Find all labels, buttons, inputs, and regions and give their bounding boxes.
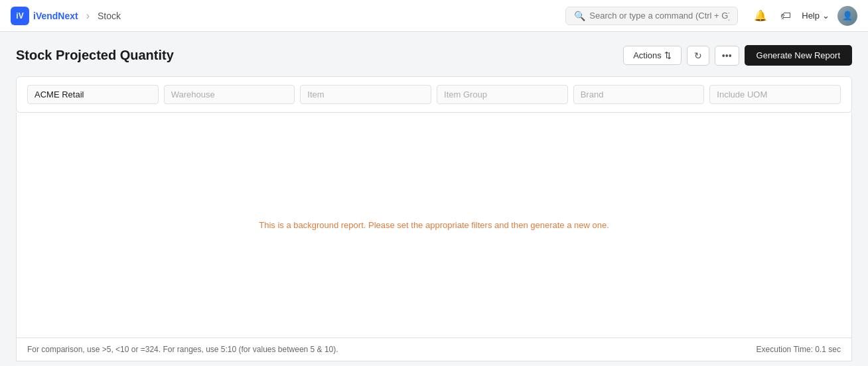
report-empty-message: This is a background report. Please set … (259, 220, 609, 230)
actions-label: Actions (633, 50, 662, 60)
top-navigation: iV iVendNext › Stock 🔍 🔔 🏷 Help ⌄ 👤 (0, 0, 868, 32)
company-value: ACME Retail (35, 90, 84, 99)
generate-report-button[interactable]: Generate New Report (745, 45, 852, 66)
footer-hint: For comparison, use >5, <10 or =324. For… (27, 345, 338, 354)
brand-placeholder: Brand (581, 90, 604, 99)
page-header: Stock Projected Quantity Actions ⇅ ↻ •••… (16, 45, 852, 66)
app-logo-link[interactable]: iV iVendNext (11, 7, 78, 25)
header-actions: Actions ⇅ ↻ ••• Generate New Report (623, 45, 852, 66)
page-title: Stock Projected Quantity (16, 48, 623, 63)
warehouse-placeholder: Warehouse (171, 90, 215, 99)
topnav-icons: 🔔 🏷 Help ⌄ 👤 (751, 6, 857, 26)
help-chevron: ⌄ (822, 11, 830, 21)
help-button[interactable]: Help ⌄ (802, 11, 830, 21)
main-content: Stock Projected Quantity Actions ⇅ ↻ •••… (0, 32, 868, 366)
item-filter[interactable]: Item (300, 85, 431, 104)
refresh-icon: ↻ (694, 50, 702, 61)
footer-execution-time: Execution Time: 0.1 sec (757, 345, 841, 354)
item-placeholder: Item (307, 90, 324, 99)
actions-chevron: ⇅ (664, 50, 672, 60)
breadcrumb-parent[interactable]: Stock (98, 11, 121, 21)
brand-filter[interactable]: Brand (573, 85, 705, 104)
avatar[interactable]: 👤 (837, 6, 857, 26)
include-uom-placeholder: Include UOM (717, 90, 767, 99)
actions-button[interactable]: Actions ⇅ (623, 46, 682, 65)
search-bar[interactable]: 🔍 (565, 7, 738, 25)
include-uom-filter[interactable]: Include UOM (709, 85, 841, 104)
logo-icon: iV (11, 7, 29, 25)
tag-button[interactable]: 🏷 (778, 7, 794, 25)
help-label: Help (802, 11, 820, 21)
more-button[interactable]: ••• (715, 46, 739, 66)
footer-bar: For comparison, use >5, <10 or =324. For… (16, 338, 852, 361)
notification-button[interactable]: 🔔 (751, 7, 770, 25)
breadcrumb-separator: › (86, 10, 90, 22)
item-group-filter[interactable]: Item Group (437, 85, 568, 104)
report-area: This is a background report. Please set … (16, 113, 852, 338)
search-input[interactable] (589, 11, 729, 21)
app-name: iVendNext (33, 11, 78, 21)
filter-panel: ACME Retail Warehouse Item Item Group Br… (16, 76, 852, 113)
search-icon: 🔍 (574, 11, 585, 21)
refresh-button[interactable]: ↻ (687, 46, 709, 66)
item-group-placeholder: Item Group (444, 90, 487, 99)
warehouse-filter[interactable]: Warehouse (164, 85, 295, 104)
filter-row: ACME Retail Warehouse Item Item Group Br… (27, 85, 841, 104)
company-filter[interactable]: ACME Retail (27, 85, 159, 104)
more-icon: ••• (722, 50, 732, 61)
avatar-image: 👤 (837, 6, 857, 26)
